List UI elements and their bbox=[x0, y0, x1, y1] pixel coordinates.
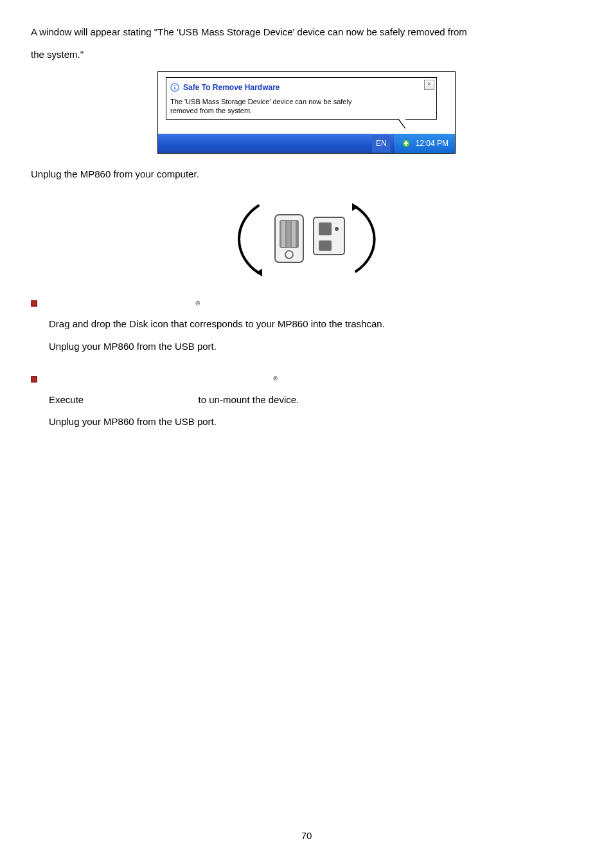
mac-section-heading-row: Removing the MP860 in Mac OS ® bbox=[31, 294, 582, 313]
mp860-dice-icon bbox=[233, 192, 380, 288]
windows-balloon-figure: × Safe To Remove Hardware The 'USB Mass … bbox=[157, 71, 456, 154]
balloon-body-line-2: removed from the system. bbox=[170, 107, 432, 116]
balloon-tail-icon bbox=[398, 119, 405, 129]
bullet-icon bbox=[31, 376, 37, 383]
svg-rect-8 bbox=[287, 221, 290, 247]
paragraph-line-1: A window will appear stating "The 'USB M… bbox=[31, 23, 582, 42]
safe-remove-balloon: × Safe To Remove Hardware The 'USB Mass … bbox=[166, 77, 437, 120]
windows-taskbar: EN 12:04 PM bbox=[158, 134, 455, 153]
language-indicator: EN bbox=[372, 135, 391, 152]
balloon-title: Safe To Remove Hardware bbox=[170, 80, 432, 95]
linux-step-2: Unplug your MP860 from the USB port. bbox=[49, 413, 582, 431]
linux-step-1: Execute umount /mnt/MP860 to un-mount th… bbox=[49, 391, 582, 410]
svg-rect-14 bbox=[319, 240, 332, 251]
balloon-body: The 'USB Mass Storage Device' device can… bbox=[170, 98, 432, 116]
close-icon[interactable]: × bbox=[424, 80, 434, 90]
svg-rect-2 bbox=[174, 87, 175, 90]
linux-exec-suffix: to un-mount the device. bbox=[199, 394, 299, 405]
mac-step-2: Unplug your MP860 from the USB port. bbox=[49, 338, 582, 356]
linux-section-heading-row: Removing the MP860 in Linux Kernel 2.4 o… bbox=[31, 370, 582, 388]
page-number: 70 bbox=[0, 827, 613, 845]
svg-rect-7 bbox=[281, 221, 285, 247]
svg-rect-12 bbox=[319, 222, 332, 235]
svg-point-1 bbox=[174, 86, 175, 87]
bullet-icon bbox=[31, 300, 37, 307]
step-unplug-pc: Unplug the MP860 from your computer. bbox=[31, 165, 582, 184]
system-tray: 12:04 PM bbox=[395, 134, 455, 153]
mp860-unplug-figure bbox=[223, 192, 390, 288]
svg-point-13 bbox=[335, 227, 339, 231]
registered-mark-icon: ® bbox=[273, 374, 278, 384]
registered-mark-icon: ® bbox=[196, 298, 200, 309]
paragraph-line-2: the system." bbox=[31, 46, 582, 64]
balloon-body-line-1: The 'USB Mass Storage Device' device can… bbox=[170, 98, 432, 107]
svg-rect-9 bbox=[292, 221, 296, 247]
svg-rect-4 bbox=[405, 143, 406, 146]
mac-step-1: Drag and drop the Disk icon that corresp… bbox=[49, 315, 582, 334]
svg-rect-15 bbox=[31, 300, 37, 307]
svg-rect-17 bbox=[31, 376, 37, 383]
info-icon bbox=[170, 83, 179, 92]
balloon-title-text: Safe To Remove Hardware bbox=[183, 80, 280, 95]
clock: 12:04 PM bbox=[416, 136, 449, 151]
linux-exec-prefix: Execute bbox=[49, 394, 84, 405]
safely-remove-tray-icon bbox=[402, 139, 411, 148]
